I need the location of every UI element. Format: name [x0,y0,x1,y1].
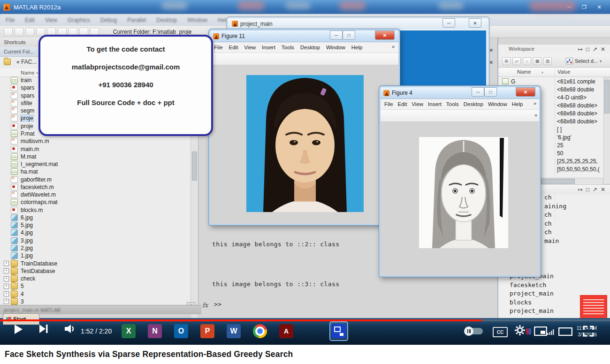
pointer-icon[interactable] [420,111,429,120]
expand-icon[interactable]: + [4,291,9,296]
close-icon[interactable]: ✕ [489,47,493,53]
menu-item[interactable]: Desktop [300,45,320,50]
menu-item[interactable]: Help [512,101,523,107]
delete-variable-icon[interactable]: ▥ [543,57,552,65]
brush-icon[interactable] [476,111,485,120]
print-icon[interactable] [411,111,419,120]
play-button[interactable] [13,324,23,335]
undock-icon[interactable]: ↗ [593,46,597,53]
import-data-icon[interactable]: ↓ [523,57,531,65]
history-entry[interactable]: project_main [510,307,554,316]
file-row[interactable]: + 3.jpg [0,237,190,244]
open-icon[interactable] [392,111,401,120]
menu-item[interactable]: File [214,45,223,50]
file-row[interactable]: + facesketch.m [0,183,190,191]
colorbar-icon[interactable] [315,54,324,63]
player-progress-bar[interactable] [0,319,610,321]
workspace-row[interactable]: G <61x61 comple [498,77,603,85]
taskbar-app-button[interactable]: X [120,322,137,340]
menu-overflow-icon[interactable]: » [534,100,536,106]
save-workspace-icon[interactable]: ▦ [533,57,541,65]
history-entry[interactable]: ch [544,220,566,228]
volume-icon[interactable] [64,324,76,334]
history-entry[interactable]: blocks [510,298,554,307]
zoom-in-icon[interactable] [429,111,438,120]
file-row[interactable]: + I_segment.mat [0,160,190,168]
legend-icon[interactable] [495,111,504,120]
print-icon[interactable] [240,54,249,63]
settings-gear-icon[interactable] [514,325,526,336]
workspace-vscrollbar[interactable] [603,77,610,184]
menu-item[interactable]: File [6,17,15,23]
autoplay-toggle[interactable] [465,328,483,334]
file-row[interactable]: + gaborfilter.m [0,175,190,183]
taskbar-app-button[interactable] [252,322,268,340]
network-icon[interactable] [547,329,555,335]
plot-selector[interactable]: Select d... ▾ [566,58,602,64]
close-icon[interactable]: ✕ [469,18,481,28]
menu-item[interactable]: Tools [282,45,294,50]
brush-icon[interactable] [306,54,315,63]
close-icon[interactable]: ✕ [601,46,605,53]
new-icon[interactable] [382,111,391,120]
menu-overflow-icon[interactable]: » [392,44,395,49]
cut-icon[interactable] [25,28,34,36]
expand-icon[interactable]: + [4,268,9,273]
file-row[interactable]: + ha.mat [0,168,190,175]
folder-path-row[interactable]: « FAC... [0,57,37,67]
restore-icon[interactable]: ❐ [578,3,590,11]
file-row[interactable]: + blocks.m [0,206,190,214]
file-row[interactable]: + M.mat [0,153,190,160]
file-row[interactable]: + 1.jpg [0,252,190,259]
expand-icon[interactable]: + [4,299,9,304]
open-variable-icon[interactable]: ▱ [512,57,521,65]
open-icon[interactable] [221,54,230,63]
pointer-icon[interactable] [250,54,259,63]
expand-icon[interactable]: + [4,284,9,289]
copy-icon[interactable] [36,28,45,36]
new-icon[interactable] [212,54,221,63]
menu-item[interactable]: Window [326,45,345,50]
minimize-icon[interactable]: ─ [442,18,455,28]
menu-item[interactable]: Desktop [156,17,177,23]
theater-mode-button[interactable] [558,327,572,336]
open-icon[interactable] [15,28,23,36]
pan-icon[interactable] [448,111,457,120]
menu-item[interactable]: View [412,101,423,107]
captions-button[interactable]: CC [493,327,508,337]
zoom-in-icon[interactable] [259,54,268,63]
maximize-icon[interactable]: □ [343,30,355,40]
menu-item[interactable]: Help [351,45,363,50]
ws-value-header[interactable]: Value [557,69,570,75]
minimize-icon[interactable]: ─ [330,30,343,40]
taskbar-app-button[interactable]: N [146,322,163,340]
minimize-icon[interactable]: ─ [472,87,484,97]
dock-icon[interactable]: ↦ [578,186,583,193]
file-row[interactable]: + 5 [0,282,190,290]
history-entry[interactable]: project_main [510,289,554,298]
dock-icon[interactable] [504,111,513,120]
taskbar-app-button[interactable] [304,322,321,340]
menu-item[interactable]: View [244,45,256,50]
menu-item[interactable]: Tools [446,101,459,107]
file-row[interactable]: + check [0,275,190,282]
menu-item[interactable]: Insert [262,45,275,50]
datacursor-icon[interactable] [467,111,476,120]
menu-item[interactable]: File [384,101,393,107]
dock-icon[interactable]: ↦ [578,46,583,53]
history-entry[interactable]: aining [544,202,566,211]
menu-item[interactable]: Window [488,101,507,107]
menu-item[interactable]: Window [187,17,207,23]
action-center-flag-icon[interactable] [526,328,531,334]
new-variable-icon[interactable]: ⊞ [502,57,511,65]
history-entry[interactable]: ch [544,211,566,220]
file-row[interactable]: + TrainDatabase [0,259,190,267]
menu-item[interactable]: Edit [229,45,238,50]
expand-icon[interactable]: + [4,261,9,266]
taskbar-app-button[interactable]: A [278,322,295,340]
file-row[interactable]: + dwtWavelet.m [0,191,190,198]
expand-icon[interactable]: + [4,276,9,281]
history-entry[interactable]: ch [544,228,566,237]
maximize-icon[interactable]: □ [586,46,589,53]
start-button[interactable]: Start [3,313,39,325]
